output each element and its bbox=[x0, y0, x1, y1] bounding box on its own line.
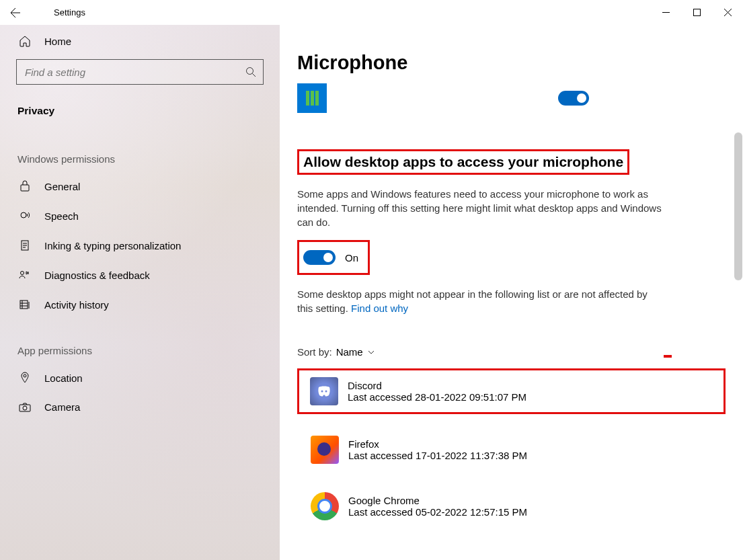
speech-icon bbox=[17, 210, 32, 222]
search-icon bbox=[239, 67, 263, 77]
app-last-accessed: Last accessed 28-01-2022 09:51:07 PM bbox=[348, 391, 526, 403]
current-page-label: Privacy bbox=[0, 94, 280, 128]
svg-point-5 bbox=[21, 272, 24, 275]
maximize-icon bbox=[693, 9, 701, 16]
location-icon bbox=[17, 372, 32, 384]
lock-icon bbox=[17, 180, 32, 192]
app-last-accessed: Last accessed 05-02-2022 12:57:15 PM bbox=[348, 506, 527, 518]
section-heading-highlight: Allow desktop apps to access your microp… bbox=[297, 149, 629, 175]
scrollbar-thumb[interactable] bbox=[734, 132, 742, 280]
search-input[interactable] bbox=[17, 67, 239, 78]
home-nav[interactable]: Home bbox=[0, 25, 280, 59]
maximize-button[interactable] bbox=[681, 0, 712, 25]
clipboard-icon bbox=[17, 239, 32, 251]
svg-point-3 bbox=[21, 212, 26, 218]
app-last-accessed: Last accessed 17-01-2022 11:37:38 PM bbox=[348, 450, 527, 461]
history-icon bbox=[17, 298, 32, 311]
group-label-app-permissions: App permissions bbox=[0, 319, 280, 363]
app-row-firefox[interactable]: Firefox Last accessed 17-01-2022 11:37:3… bbox=[297, 429, 726, 471]
discord-icon bbox=[310, 377, 338, 405]
nav-label: Camera bbox=[44, 401, 80, 413]
note-body: Some desktop apps might not appear in th… bbox=[297, 288, 648, 314]
desktop-apps-toggle[interactable] bbox=[303, 250, 336, 265]
titlebar: Settings bbox=[0, 0, 743, 25]
svg-rect-6 bbox=[20, 301, 28, 309]
annotation-mark bbox=[664, 355, 672, 358]
sort-label: Sort by: bbox=[297, 346, 332, 358]
note-text: Some desktop apps might not appear in th… bbox=[297, 287, 660, 315]
minimize-icon bbox=[662, 9, 670, 16]
nav-label: Diagnostics & feedback bbox=[44, 270, 150, 281]
home-label: Home bbox=[44, 36, 71, 47]
svg-rect-0 bbox=[693, 9, 700, 16]
group-label-windows-permissions: Windows permissions bbox=[0, 128, 280, 171]
nav-speech[interactable]: Speech bbox=[0, 201, 280, 231]
page-title: Microphone bbox=[297, 25, 726, 83]
minimize-button[interactable] bbox=[650, 0, 681, 25]
content-area: Microphone Allow desktop apps to access … bbox=[280, 25, 743, 560]
nav-camera[interactable]: Camera bbox=[0, 393, 280, 422]
toggle-highlight: On bbox=[297, 240, 370, 275]
section-heading: Allow desktop apps to access your microp… bbox=[303, 154, 623, 170]
close-button[interactable] bbox=[712, 0, 743, 25]
sidebar: Home Privacy Windows permissions General… bbox=[0, 25, 280, 560]
app-name: Discord bbox=[348, 380, 526, 391]
nav-inking[interactable]: Inking & typing personalization bbox=[0, 231, 280, 260]
nav-label: Location bbox=[44, 372, 83, 384]
search-box[interactable] bbox=[16, 59, 264, 85]
window-title: Settings bbox=[54, 7, 85, 17]
svg-rect-2 bbox=[21, 185, 29, 191]
nav-label: Inking & typing personalization bbox=[44, 240, 181, 251]
app-row-chrome[interactable]: Google Chrome Last accessed 05-02-2022 1… bbox=[297, 485, 726, 527]
nav-activity[interactable]: Activity history bbox=[0, 290, 280, 319]
app-row-partial bbox=[297, 83, 726, 113]
nav-general[interactable]: General bbox=[0, 171, 280, 201]
svg-point-10 bbox=[321, 391, 323, 393]
desktop-apps-list: Discord Last accessed 28-01-2022 09:51:0… bbox=[297, 368, 726, 527]
app-toggle-partial[interactable] bbox=[558, 91, 589, 106]
firefox-icon bbox=[311, 436, 339, 464]
app-row-discord[interactable]: Discord Last accessed 28-01-2022 09:51:0… bbox=[297, 368, 726, 414]
chevron-down-icon bbox=[367, 348, 375, 356]
arrow-left-icon bbox=[10, 7, 21, 18]
close-icon bbox=[724, 9, 732, 16]
svg-point-11 bbox=[325, 391, 327, 393]
home-icon bbox=[17, 35, 32, 47]
svg-point-1 bbox=[247, 68, 253, 75]
nav-label: General bbox=[44, 181, 80, 192]
sort-value: Name bbox=[336, 346, 363, 358]
scrollbar[interactable] bbox=[734, 25, 743, 560]
section-description: Some apps and Windows features need to a… bbox=[297, 187, 674, 229]
toggle-state-label: On bbox=[345, 252, 358, 264]
nav-location[interactable]: Location bbox=[0, 363, 280, 393]
nav-diagnostics[interactable]: Diagnostics & feedback bbox=[0, 260, 280, 290]
svg-point-7 bbox=[24, 374, 26, 377]
app-name: Firefox bbox=[348, 438, 527, 450]
back-button[interactable] bbox=[0, 0, 31, 25]
nav-label: Activity history bbox=[44, 299, 109, 311]
find-out-why-link[interactable]: Find out why bbox=[351, 303, 408, 314]
feedback-icon bbox=[17, 269, 32, 281]
sort-by-dropdown[interactable]: Sort by: Name bbox=[297, 346, 726, 358]
chrome-icon bbox=[311, 492, 339, 520]
xbox-icon bbox=[297, 83, 327, 113]
svg-point-9 bbox=[23, 406, 27, 410]
app-name: Google Chrome bbox=[348, 495, 527, 506]
camera-icon bbox=[17, 402, 32, 413]
nav-label: Speech bbox=[44, 210, 79, 222]
